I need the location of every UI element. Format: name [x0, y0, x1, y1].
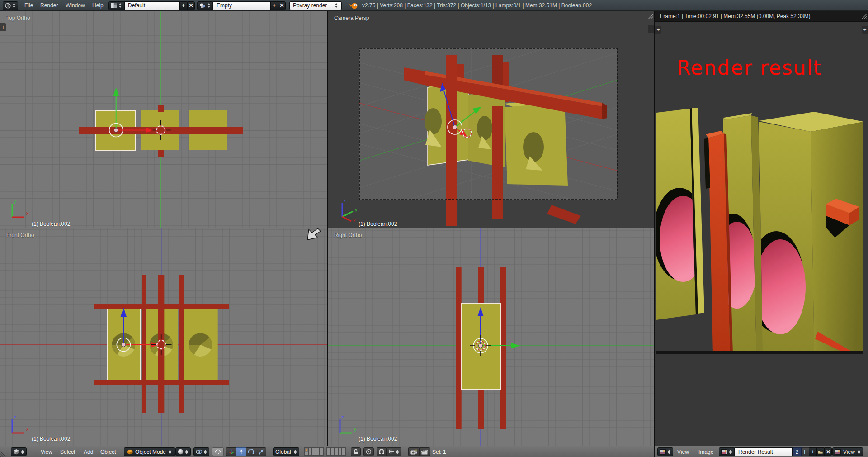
scene-name-field[interactable]: Empty	[213, 1, 270, 10]
screen-layout-add-button[interactable]: +	[179, 1, 187, 10]
viewport-shading-dropdown[interactable]	[175, 447, 191, 456]
viewport-label: Front Ortho	[6, 232, 34, 238]
layers-grid-left[interactable]	[304, 447, 324, 456]
pivot-point-dropdown[interactable]	[193, 447, 209, 456]
scene-browse-button[interactable]	[197, 1, 213, 10]
image-editor-icon	[660, 449, 666, 455]
manipulate-centers-toggle[interactable]	[212, 447, 224, 456]
menu-render[interactable]: Render	[40, 1, 58, 10]
menu-window[interactable]: Window	[66, 1, 85, 10]
toolshelf-expand-tab[interactable]: +	[0, 23, 6, 31]
scene-icon	[199, 3, 206, 8]
snap-toggle-button[interactable]	[377, 447, 386, 456]
image-users-count[interactable]: 2	[793, 447, 802, 456]
opengl-render-anim-button[interactable]	[419, 447, 430, 456]
render-engine-dropdown[interactable]: Povray render	[289, 1, 342, 10]
scale-arrow-icon	[258, 449, 264, 455]
shading-sphere-icon	[178, 449, 184, 455]
render-info-header: Frame:1 | Time:00:02.91 | Mem:32.55M (0.…	[655, 11, 868, 22]
screen-layout-name-field[interactable]: Default	[124, 1, 179, 10]
menu-object[interactable]: Object	[100, 447, 116, 456]
region-expand-tab[interactable]: +	[862, 26, 868, 34]
axis-gizmo: y x	[8, 199, 35, 223]
area-corner-grip[interactable]	[646, 12, 653, 19]
proportional-edit-button[interactable]	[363, 447, 374, 456]
opengl-render-group	[408, 447, 430, 456]
chevron-updown-icon	[21, 449, 24, 455]
menu-view[interactable]: View	[41, 447, 52, 456]
display-channels-dropdown[interactable]: View	[832, 447, 863, 456]
render-result-image	[655, 106, 868, 354]
view3d-header: View Select Add Object Object Mode	[0, 446, 654, 457]
blender-logo	[349, 2, 359, 11]
manipulator-group	[226, 447, 266, 456]
chevron-updown-icon	[118, 3, 122, 8]
chevron-updown-icon	[12, 3, 16, 8]
viewport-camera-persp[interactable]: Camera Persp (1) Boolean.002 z y x +	[328, 11, 654, 228]
active-object-label: (1) Boolean.002	[359, 436, 397, 442]
manipulator-toggle-button[interactable]	[226, 447, 236, 456]
menu-help[interactable]: Help	[92, 1, 104, 10]
chevron-updown-icon	[293, 449, 297, 455]
menu-view[interactable]: View	[677, 447, 689, 456]
lock-to-scene-button[interactable]	[351, 447, 361, 456]
scale-manipulator-button[interactable]	[256, 447, 266, 456]
properties-expand-tab[interactable]: +	[648, 25, 654, 33]
camera-scene	[328, 11, 654, 228]
menu-add[interactable]: Add	[84, 447, 93, 456]
svg-text:y: y	[355, 207, 358, 212]
chevron-updown-icon	[168, 449, 172, 455]
viewport-front-ortho[interactable]: Front Ortho (1) Boolean.002 z x	[0, 228, 327, 446]
layers-grid-right[interactable]	[326, 447, 346, 456]
menu-image[interactable]: Image	[698, 447, 713, 456]
proportional-circle-icon	[366, 449, 372, 455]
axis-tripod-icon	[228, 449, 234, 455]
viewport-right-ortho[interactable]: Right Ortho (1) Boolean.002 z y	[328, 228, 654, 446]
region-expand-tab[interactable]: +	[655, 26, 661, 34]
svg-text:x: x	[26, 426, 29, 432]
layer-cell-active[interactable]	[304, 448, 308, 452]
mode-dropdown[interactable]: Object Mode	[124, 447, 175, 456]
snap-element-dropdown[interactable]	[386, 447, 401, 456]
editor-type-button-image[interactable]	[657, 447, 673, 456]
blender-window: File Render Window Help Default + ✕	[0, 0, 868, 457]
object-mode-cube-icon	[127, 449, 133, 455]
screen-layout-selector: Default + ✕	[108, 1, 195, 10]
translate-manipulator-button[interactable]	[236, 447, 246, 456]
transform-orientation-dropdown[interactable]: Global	[273, 447, 299, 456]
scene-delete-button[interactable]: ✕	[278, 1, 286, 10]
image-open-button[interactable]	[816, 447, 824, 456]
chevron-updown-icon	[335, 3, 338, 8]
top-ortho-scene	[0, 11, 327, 228]
area-corner-grip[interactable]	[860, 12, 867, 19]
snap-group	[377, 447, 401, 456]
screen-layout-browse-button[interactable]	[108, 1, 124, 10]
image-editor-area[interactable]: Frame:1 | Time:00:02.91 | Mem:32.55M (0.…	[655, 11, 868, 457]
menu-file[interactable]: File	[24, 1, 33, 10]
image-browse-button[interactable]	[719, 447, 735, 456]
screen-layout-delete-button[interactable]: ✕	[187, 1, 195, 10]
menu-select[interactable]: Select	[60, 447, 75, 456]
image-new-button[interactable]: +	[809, 447, 816, 456]
magnet-icon	[379, 449, 384, 455]
editor-type-button-info[interactable]	[3, 1, 18, 10]
chevron-updown-icon	[857, 449, 861, 455]
chevron-updown-icon	[396, 449, 399, 455]
svg-text:y: y	[354, 426, 357, 432]
mouse-cursor	[306, 228, 328, 241]
editor-type-button-view3d[interactable]	[11, 447, 27, 456]
rotate-manipulator-button[interactable]	[246, 447, 256, 456]
image-unlink-button[interactable]: ✕	[824, 447, 832, 456]
area-corner-grip[interactable]	[0, 450, 7, 457]
viewport-top-ortho[interactable]: Top Ortho (1) Boolean.002 y x +	[0, 11, 327, 228]
image-datablock-selector: Render Result 2 F + ✕	[719, 447, 832, 456]
image-name-field[interactable]: Render Result	[735, 447, 793, 456]
viewport-label: Top Ortho	[6, 15, 30, 21]
axis-gizmo: z y x	[336, 198, 368, 223]
opengl-render-image-button[interactable]	[408, 447, 419, 456]
scene-add-button[interactable]: +	[270, 1, 278, 10]
fake-user-button[interactable]: F	[802, 447, 809, 456]
render-engine-value: Povray render	[293, 2, 327, 9]
scene-statistics: v2.75 | Verts:208 | Faces:132 | Tris:372…	[362, 1, 592, 10]
mode-value: Object Mode	[135, 449, 166, 455]
